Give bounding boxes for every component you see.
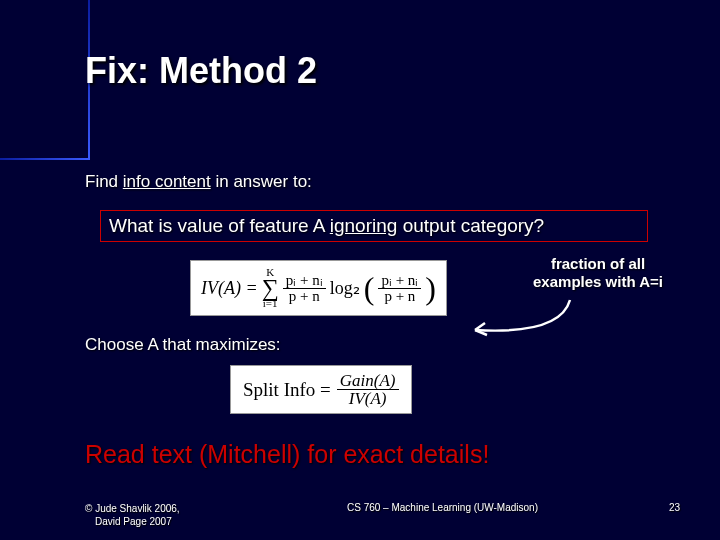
split-num: Gain(A) xyxy=(337,372,399,390)
split-fraction: Gain(A) IV(A) xyxy=(337,372,399,407)
intro-line: Find info content in answer to: xyxy=(85,172,312,192)
split-lhs: Split Info = xyxy=(243,379,331,401)
iv-fraction-1: pᵢ + nᵢ p + n xyxy=(283,273,326,304)
split-info-formula: Split Info = Gain(A) IV(A) xyxy=(230,365,412,414)
iv-frac2-den: p + n xyxy=(381,289,418,304)
iv-log: log₂ xyxy=(330,277,360,299)
question-pre: What is value of feature A xyxy=(109,215,330,236)
annotation-arrow-icon xyxy=(460,295,580,345)
intro-pre: Find xyxy=(85,172,123,191)
footer-course: CS 760 – Machine Learning (UW-Madison) xyxy=(265,502,620,513)
intro-underlined: info content xyxy=(123,172,211,191)
choose-line: Choose A that maximizes: xyxy=(85,335,281,355)
sum-bottom: i=1 xyxy=(263,298,278,309)
iv-fraction-2: pᵢ + nᵢ p + n xyxy=(378,273,421,304)
iv-frac1-den: p + n xyxy=(286,289,323,304)
iv-formula: IV(A) = K ∑ i=1 pᵢ + nᵢ p + n log₂ ( pᵢ … xyxy=(190,260,447,316)
iv-lhs: IV(A) = xyxy=(201,278,258,299)
fraction-annotation: fraction of all examples with A=i xyxy=(518,255,678,291)
footer-copyright: © Jude Shavlik 2006, David Page 2007 xyxy=(85,502,265,528)
summation: K ∑ i=1 xyxy=(262,267,279,309)
question-post: output category? xyxy=(397,215,544,236)
right-paren: ) xyxy=(425,274,436,302)
question-underlined: ignoring xyxy=(330,215,398,236)
question-box: What is value of feature A ignoring outp… xyxy=(100,210,648,242)
slide-footer: © Jude Shavlik 2006, David Page 2007 CS … xyxy=(0,502,720,528)
sigma-icon: ∑ xyxy=(262,278,279,298)
footer-page-number: 23 xyxy=(620,502,680,513)
decoration-line-horizontal xyxy=(0,158,90,160)
read-text-line: Read text (Mitchell) for exact details! xyxy=(85,440,489,469)
iv-frac2-num: pᵢ + nᵢ xyxy=(378,273,421,289)
iv-frac1-num: pᵢ + nᵢ xyxy=(283,273,326,289)
copyright-line1: © Jude Shavlik 2006, xyxy=(85,503,180,514)
intro-post: in answer to: xyxy=(211,172,312,191)
slide-title: Fix: Method 2 xyxy=(85,50,317,92)
split-den: IV(A) xyxy=(346,390,390,407)
copyright-line2: David Page 2007 xyxy=(85,516,172,527)
left-paren: ( xyxy=(364,274,375,302)
